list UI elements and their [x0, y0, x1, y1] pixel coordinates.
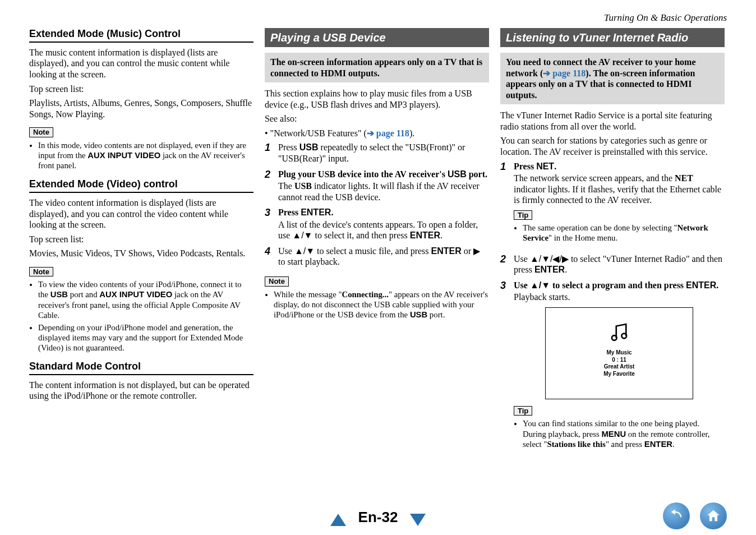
body-text: The music content information is display… [29, 47, 253, 80]
step: 1 Press USB repeatedly to select the "US… [265, 142, 489, 164]
column-1: Extended Mode (Music) Control The music … [29, 28, 253, 459]
body-text: This section explains how to play music … [265, 88, 489, 110]
note-list: While the message "Connecting..." appear… [265, 289, 489, 320]
svg-point-1 [621, 333, 626, 338]
screenshot-line: Great Artist [546, 363, 693, 371]
page-root: Turning On & Basic Operations Extended M… [0, 0, 756, 535]
screenshot-line: My Music [546, 349, 693, 357]
body-text: Playlists, Artists, Albums, Genres, Song… [29, 98, 253, 119]
note-list: To view the video contents of your iPod/… [29, 279, 253, 352]
note-badge: Note [29, 267, 53, 277]
svg-point-0 [612, 335, 617, 340]
note-item: To view the video contents of your iPod/… [38, 279, 253, 320]
step-number: 4 [265, 246, 273, 268]
step: 3 Press ENTER. A list of the device's co… [265, 207, 489, 241]
body-text: Movies, Music Videos, TV Shows, Video Po… [29, 248, 253, 259]
back-button[interactable] [663, 502, 690, 529]
step: 2 Plug your USB device into the AV recei… [265, 169, 489, 203]
column-2: Playing a USB Device The on-screen infor… [265, 28, 489, 459]
prev-page-icon[interactable] [330, 514, 346, 526]
page-number: En-32 [358, 509, 398, 525]
step-text: Plug your USB device into the AV receive… [278, 169, 489, 203]
step-number: 2 [500, 253, 508, 275]
page-link[interactable]: ➔ page 118 [543, 68, 586, 78]
note-badge: Note [29, 127, 53, 137]
step: 1 Press NET. The network service screen … [500, 161, 725, 249]
body-text: • "Network/USB Features" (➔ page 118). [265, 128, 489, 139]
section-heading: Extended Mode (Video) control [29, 178, 253, 191]
body-text: The vTuner Internet Radio Service is a p… [500, 110, 725, 132]
section-heading: Standard Mode Control [29, 361, 253, 373]
column-3: Listening to vTuner Internet Radio You n… [500, 28, 725, 459]
note-list: In this mode, video contents are not dis… [29, 140, 253, 170]
step: 4 Use ▲/▼ to select a music file, and pr… [265, 246, 489, 268]
step-number: 2 [265, 169, 273, 203]
home-button[interactable] [700, 502, 727, 529]
highlight-box: The on-screen information appears only o… [265, 53, 489, 82]
heading-rule [29, 192, 253, 193]
screenshot-line: My Favorite [546, 371, 693, 378]
body-text: The video content information is display… [29, 197, 253, 230]
step-number: 3 [500, 280, 508, 455]
step-number: 1 [265, 142, 273, 164]
step-text: Press USB repeatedly to select the "USB(… [278, 142, 489, 164]
heading-rule [29, 374, 253, 375]
tip-badge: Tip [514, 406, 532, 416]
body-text: Top screen list: [29, 234, 253, 245]
back-arrow-icon [669, 508, 684, 524]
note-item: Depending on your iPod/iPhone model and … [38, 322, 253, 353]
screenshot-line: 0 : 11 [546, 357, 693, 364]
note-item: While the message "Connecting..." appear… [274, 289, 489, 320]
step-text: Use ▲/▼ to select a program and then pre… [514, 280, 725, 455]
body-text: See also: [265, 113, 489, 124]
step: 2 Use ▲/▼/◀/▶ to select "vTuner Internet… [500, 253, 725, 275]
three-columns: Extended Mode (Music) Control The music … [29, 28, 727, 459]
step-text: Press NET. The network service screen ap… [514, 161, 725, 249]
step-text: Use ▲/▼/◀/▶ to select "vTuner Internet R… [514, 253, 725, 275]
step-list: 1 Press NET. The network service screen … [500, 161, 725, 455]
highlight-box: You need to connect the AV receiver to y… [500, 53, 725, 104]
body-text: You can search for stations by categorie… [500, 135, 725, 157]
tip-list: The same operation can be done by select… [514, 223, 725, 243]
tip-list: You can find stations similar to the one… [514, 418, 725, 449]
tip-item: You can find stations similar to the one… [523, 418, 725, 449]
note-badge: Note [265, 276, 289, 287]
note-item: In this mode, video contents are not dis… [38, 140, 253, 170]
home-icon [706, 508, 721, 524]
step: 3 Use ▲/▼ to select a program and then p… [500, 280, 725, 455]
step-list: 1 Press USB repeatedly to select the "US… [265, 142, 489, 267]
step-number: 1 [500, 161, 508, 249]
section-banner: Listening to vTuner Internet Radio [500, 28, 725, 47]
music-note-icon [607, 320, 631, 344]
playback-screenshot: My Music 0 : 11 Great Artist My Favorite [545, 307, 693, 399]
section-banner: Playing a USB Device [265, 28, 489, 47]
step-text: Press ENTER. A list of the device's cont… [278, 207, 489, 241]
heading-rule [29, 41, 253, 43]
nav-icons [663, 502, 727, 529]
chapter-title: Turning On & Basic Operations [604, 12, 727, 24]
page-footer: En-32 [0, 509, 756, 526]
body-text: Top screen list: [29, 84, 253, 95]
step-number: 3 [265, 207, 273, 241]
tip-item: The same operation can be done by select… [523, 223, 725, 243]
step-text: Use ▲/▼ to select a music file, and pres… [278, 246, 489, 268]
section-heading: Extended Mode (Music) Control [29, 28, 253, 40]
next-page-icon[interactable] [410, 514, 426, 526]
tip-badge: Tip [514, 210, 532, 220]
body-text: The content information is not displayed… [29, 380, 253, 402]
page-link[interactable]: ➔ page 118 [367, 128, 409, 138]
